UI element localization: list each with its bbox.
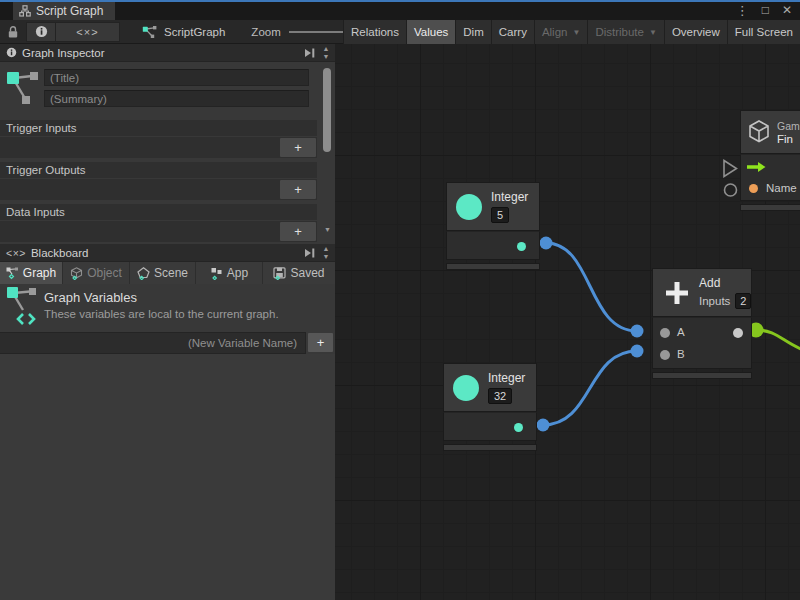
- data-inputs-row: +: [0, 221, 317, 242]
- wire-endpoint[interactable]: [631, 345, 644, 358]
- blackboard-title: Blackboard: [31, 247, 89, 259]
- graph-inspector-title: Graph Inspector: [22, 47, 104, 59]
- node-ports: [443, 412, 537, 441]
- node-integer-5[interactable]: Integer 5: [446, 182, 540, 270]
- trigger-input-arrow-icon[interactable]: [746, 161, 766, 173]
- tab-app[interactable]: App: [196, 262, 263, 284]
- align-button[interactable]: Align▼: [534, 20, 588, 44]
- graph-variables-icon: [6, 286, 40, 328]
- scroll-up-icon[interactable]: ▲: [323, 245, 330, 253]
- toolbar-button-strip: Relations Values Dim Carry Align▼ Distri…: [343, 20, 800, 44]
- title-field[interactable]: [44, 69, 309, 86]
- graph-inspector-header: Graph Inspector ▲ ▼: [0, 44, 335, 62]
- window-controls: ⋮ □ ✕: [736, 2, 792, 18]
- tab-scene[interactable]: Scene: [130, 262, 196, 284]
- full-screen-button[interactable]: Full Screen: [727, 20, 800, 44]
- inputs-label: Inputs: [699, 295, 730, 307]
- output-port[interactable]: [517, 242, 526, 251]
- dock-button[interactable]: [304, 48, 315, 60]
- add-trigger-input-button[interactable]: +: [280, 138, 316, 157]
- trigger-outputs-label: Trigger Outputs: [0, 162, 317, 178]
- graph-canvas[interactable]: Integer 5 Integer 32: [335, 44, 800, 600]
- tab-saved[interactable]: Saved: [263, 262, 335, 284]
- data-inputs-label: Data Inputs: [0, 204, 317, 220]
- unity-script-graph-window: Script Graph ⋮ □ ✕ <×>: [0, 0, 800, 600]
- node-header[interactable]: Integer 32: [443, 363, 537, 412]
- info-icon: [35, 25, 48, 38]
- node-header[interactable]: Add Inputs 2: [652, 268, 752, 317]
- window-close-icon[interactable]: ✕: [782, 3, 792, 17]
- value-port-outline-icon[interactable]: [725, 184, 737, 196]
- integer-value-field[interactable]: 5: [491, 207, 509, 223]
- inspector-toggle-button[interactable]: [26, 22, 56, 42]
- dock-button[interactable]: [304, 248, 315, 260]
- tab-object[interactable]: Object: [63, 262, 130, 284]
- object-cube-icon: [70, 267, 83, 280]
- scroll-down-icon[interactable]: ▼: [323, 53, 330, 61]
- scroll-down-icon[interactable]: ▼: [324, 226, 331, 233]
- node-header[interactable]: Integer 5: [446, 182, 540, 231]
- add-trigger-output-button[interactable]: +: [280, 180, 316, 199]
- new-variable-input[interactable]: [0, 332, 306, 354]
- dim-button[interactable]: Dim: [455, 20, 490, 44]
- integer-type-icon: [453, 375, 479, 401]
- node-find[interactable]: Gam Fin Name: [740, 110, 800, 211]
- trigger-inputs-label: Trigger Inputs: [0, 120, 317, 136]
- graph-toolbar: <×> ScriptGraph Zoom 1x Relations Values: [0, 20, 800, 44]
- distribute-button[interactable]: Distribute▼: [587, 20, 664, 44]
- trigger-port-outline-icon[interactable]: [724, 161, 737, 177]
- blackboard-scroll-arrows[interactable]: ▲ ▼: [319, 245, 333, 261]
- input-port-b[interactable]: [660, 350, 670, 360]
- node-add[interactable]: Add Inputs 2 A B: [652, 268, 752, 379]
- node-title: Add: [699, 276, 751, 290]
- wire-integer5-to-add-a[interactable]: [546, 243, 637, 331]
- overview-button[interactable]: Overview: [664, 20, 727, 44]
- node-ports: A B: [652, 317, 752, 369]
- app-icon: [210, 267, 223, 280]
- tab-script-graph[interactable]: Script Graph: [13, 2, 115, 20]
- input-port-a[interactable]: [660, 328, 670, 338]
- window-menu-icon[interactable]: ⋮: [736, 3, 749, 18]
- input-port-name[interactable]: [749, 184, 758, 193]
- scene-icon: [137, 267, 150, 280]
- port-label: Name: [766, 182, 797, 194]
- title-bar: Script Graph ⋮ □ ✕: [0, 0, 800, 20]
- integer-type-icon: [456, 194, 482, 220]
- side-panel: Graph Inspector ▲ ▼: [0, 44, 335, 600]
- add-icon: [663, 279, 691, 307]
- add-data-input-button[interactable]: +: [280, 222, 316, 241]
- output-port[interactable]: [514, 423, 523, 432]
- trigger-inputs-row: +: [0, 137, 317, 158]
- summary-field[interactable]: [44, 90, 309, 107]
- scroll-up-icon[interactable]: ▲: [323, 45, 330, 53]
- code-icon: <×>: [76, 26, 98, 38]
- node-integer-32[interactable]: Integer 32: [443, 363, 537, 451]
- wire-endpoint[interactable]: [537, 419, 550, 432]
- carry-button[interactable]: Carry: [491, 20, 534, 44]
- tab-graph[interactable]: Graph: [0, 262, 63, 284]
- wire-endpoint[interactable]: [631, 325, 644, 338]
- wire-endpoint[interactable]: [540, 237, 553, 250]
- scroll-down-icon[interactable]: ▼: [323, 253, 330, 261]
- integer-value-field[interactable]: 32: [488, 388, 512, 404]
- graph-variables-section: Graph Variables These variables are loca…: [0, 284, 335, 330]
- dropdown-icon: ▼: [572, 28, 580, 37]
- graph-variables-tab-icon: [6, 267, 19, 280]
- relations-button[interactable]: Relations: [343, 20, 406, 44]
- code-view-button[interactable]: <×>: [56, 22, 120, 42]
- inputs-count-field[interactable]: 2: [735, 293, 751, 309]
- wire-integer32-to-add-b[interactable]: [543, 351, 637, 425]
- node-header[interactable]: Gam Fin: [740, 110, 800, 154]
- lock-button[interactable]: [7, 25, 19, 39]
- values-button[interactable]: Values: [406, 20, 455, 44]
- trigger-outputs-row: +: [0, 179, 317, 200]
- graph-breadcrumb[interactable]: ScriptGraph: [142, 25, 225, 39]
- inspector-scrollbar-thumb[interactable]: [323, 68, 331, 152]
- port-label: B: [677, 348, 685, 360]
- node-title: Integer: [491, 190, 528, 204]
- output-port[interactable]: [733, 328, 743, 338]
- add-variable-button[interactable]: +: [308, 333, 333, 352]
- dock-icon: [304, 248, 315, 258]
- window-maximize-icon[interactable]: □: [762, 3, 769, 17]
- inspector-scroll-arrows[interactable]: ▲ ▼: [319, 45, 333, 61]
